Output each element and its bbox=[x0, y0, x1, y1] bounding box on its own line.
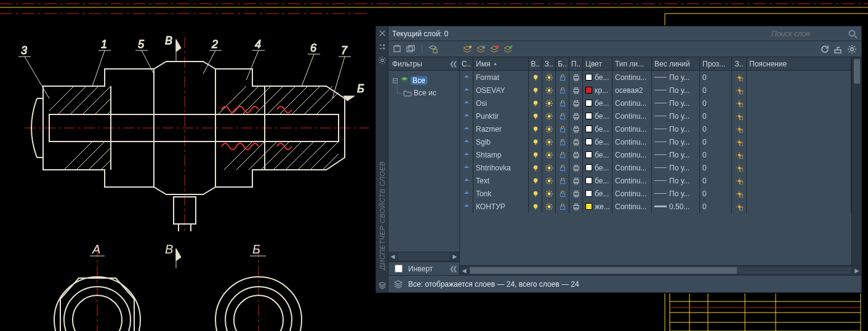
layer-lineweight[interactable]: 0.50... bbox=[652, 200, 700, 213]
gear-icon[interactable] bbox=[378, 56, 387, 65]
layer-lineweight[interactable]: По у... bbox=[652, 71, 700, 84]
col-freeze[interactable]: З.. bbox=[542, 57, 556, 70]
layer-description[interactable] bbox=[747, 161, 851, 174]
lock-icon[interactable] bbox=[559, 190, 566, 197]
layer-row[interactable]: Tonkбе...Continu...По у...0 bbox=[460, 187, 851, 200]
layer-name[interactable]: Osi bbox=[473, 97, 529, 110]
layer-name[interactable]: Format bbox=[473, 71, 529, 84]
layer-color[interactable]: бе... bbox=[583, 174, 613, 187]
invert-filter-checkbox[interactable] bbox=[395, 265, 403, 273]
layer-linetype[interactable]: Continu... bbox=[613, 71, 652, 84]
layer-color[interactable]: бе... bbox=[583, 161, 613, 174]
printer-icon[interactable] bbox=[573, 74, 580, 81]
printer-icon[interactable] bbox=[573, 151, 580, 159]
lock-icon[interactable] bbox=[559, 138, 566, 146]
filter-all-used[interactable]: Все ис bbox=[414, 89, 436, 97]
freeze-new-vp-icon[interactable] bbox=[736, 177, 743, 185]
freeze-new-vp-icon[interactable] bbox=[736, 74, 743, 81]
layer-row[interactable]: Formatбе...Continu...По у...0 bbox=[460, 71, 851, 84]
layer-lineweight[interactable]: По у... bbox=[652, 135, 700, 148]
layer-description[interactable] bbox=[747, 135, 851, 148]
lock-icon[interactable] bbox=[559, 74, 566, 81]
layer-description[interactable] bbox=[747, 71, 851, 84]
printer-icon[interactable] bbox=[573, 87, 580, 94]
layer-linetype[interactable]: Continu... bbox=[613, 110, 652, 122]
layer-transparency[interactable]: 0 bbox=[700, 174, 732, 187]
layer-row[interactable]: Osiбе...Continu...По у...0 bbox=[460, 97, 851, 110]
filter-all[interactable]: Все bbox=[411, 76, 427, 85]
layer-lineweight[interactable]: По у... bbox=[652, 187, 700, 200]
layer-transparency[interactable]: 0 bbox=[700, 161, 732, 174]
layer-lineweight[interactable]: По у... bbox=[652, 110, 700, 122]
layer-transparency[interactable]: 0 bbox=[700, 84, 732, 97]
layer-color[interactable]: бе... bbox=[583, 71, 613, 84]
sun-icon[interactable] bbox=[545, 151, 553, 159]
lock-icon[interactable] bbox=[559, 177, 566, 185]
sun-icon[interactable] bbox=[545, 100, 553, 107]
sun-icon[interactable] bbox=[545, 190, 553, 197]
filter-hscrollbar[interactable]: ◄► bbox=[388, 252, 459, 261]
layer-name[interactable]: КОНТУР bbox=[473, 200, 529, 213]
printer-icon[interactable] bbox=[573, 113, 580, 120]
lock-icon[interactable] bbox=[559, 87, 566, 94]
layer-row[interactable]: OSEVAYкр...осевая2По у...0 bbox=[460, 84, 851, 97]
layer-linetype[interactable]: Continu... bbox=[613, 200, 652, 213]
printer-icon[interactable] bbox=[573, 164, 580, 172]
bulb-icon[interactable] bbox=[532, 100, 539, 107]
layer-lineweight[interactable]: По у... bbox=[652, 122, 700, 135]
layer-states-icon[interactable] bbox=[427, 44, 438, 55]
col-plot[interactable]: П.. bbox=[569, 57, 583, 70]
layer-transparency[interactable]: 0 bbox=[700, 148, 732, 161]
layer-name[interactable]: Sgib bbox=[473, 135, 529, 148]
layer-lineweight[interactable]: По у... bbox=[652, 161, 700, 174]
layer-linetype[interactable]: Continu... bbox=[613, 161, 652, 174]
layer-transparency[interactable]: 0 bbox=[700, 97, 732, 110]
layer-color[interactable]: бе... bbox=[583, 148, 613, 161]
bulb-icon[interactable] bbox=[532, 126, 539, 133]
layer-row[interactable]: Textбе...Continu...По у...0 bbox=[460, 174, 851, 187]
layer-transparency[interactable]: 0 bbox=[700, 71, 732, 84]
lock-icon[interactable] bbox=[559, 113, 566, 120]
layers-icon[interactable] bbox=[378, 281, 387, 290]
col-transparency[interactable]: Проз... bbox=[700, 57, 732, 70]
bulb-icon[interactable] bbox=[532, 74, 539, 81]
layer-color[interactable]: кр... bbox=[583, 84, 613, 97]
layer-lineweight[interactable]: По у... bbox=[652, 148, 700, 161]
layer-description[interactable] bbox=[747, 97, 851, 110]
freeze-new-vp-icon[interactable] bbox=[736, 87, 743, 94]
layer-row[interactable]: КОНТУРже...Continu...0.50...0 bbox=[460, 200, 851, 213]
layer-name[interactable]: Shtamp bbox=[473, 148, 529, 161]
col-lineweight[interactable]: Вес линий bbox=[652, 57, 700, 70]
freeze-new-vp-icon[interactable] bbox=[736, 113, 743, 120]
sun-icon[interactable] bbox=[545, 126, 553, 133]
layer-color[interactable]: бе... bbox=[583, 122, 613, 135]
bulb-icon[interactable] bbox=[532, 87, 539, 94]
freeze-new-vp-icon[interactable] bbox=[736, 138, 743, 146]
layer-lineweight[interactable]: По у... bbox=[652, 97, 700, 110]
sun-icon[interactable] bbox=[545, 177, 553, 185]
freeze-new-vp-icon[interactable] bbox=[736, 100, 743, 107]
new-layer-icon[interactable] bbox=[462, 44, 473, 55]
options-gear-icon[interactable] bbox=[846, 44, 858, 55]
layer-linetype[interactable]: Continu... bbox=[613, 187, 652, 200]
layer-color[interactable]: же... bbox=[583, 200, 613, 213]
layer-lineweight[interactable]: По у... bbox=[652, 174, 700, 187]
layer-row[interactable]: Punktirбе...Continu...По у...0 bbox=[460, 110, 851, 122]
layer-description[interactable] bbox=[747, 148, 851, 161]
set-current-icon[interactable] bbox=[502, 44, 513, 55]
layer-name[interactable]: Tonk bbox=[473, 187, 529, 200]
layer-description[interactable] bbox=[747, 84, 851, 97]
lock-icon[interactable] bbox=[559, 126, 566, 133]
col-name[interactable]: Имя bbox=[473, 57, 529, 70]
collapse-filters-icon[interactable]: ❮❮ bbox=[449, 265, 456, 272]
pin-icon[interactable] bbox=[378, 42, 387, 51]
bulb-icon[interactable] bbox=[532, 151, 539, 159]
layer-name[interactable]: Shtrihovka bbox=[473, 161, 529, 174]
grid-hscrollbar[interactable]: ◄► bbox=[460, 265, 861, 275]
layer-color[interactable]: бе... bbox=[583, 97, 613, 110]
new-group-filter-icon[interactable] bbox=[406, 44, 417, 55]
layer-name[interactable]: Razmer bbox=[473, 122, 529, 135]
sun-icon[interactable] bbox=[545, 138, 553, 146]
layer-linetype[interactable]: Continu... bbox=[613, 135, 652, 148]
freeze-new-vp-icon[interactable] bbox=[736, 203, 743, 210]
